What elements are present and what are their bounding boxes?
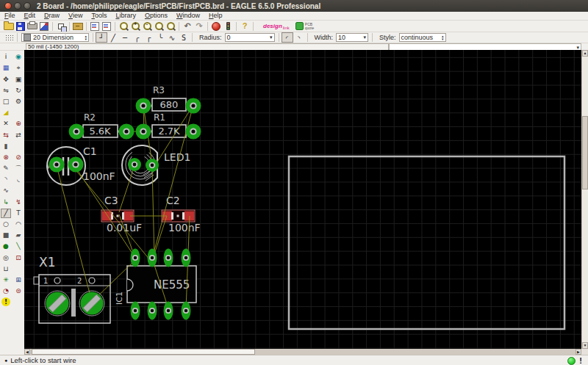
rotate-tool[interactable]: ↻ (13, 86, 24, 95)
grid-button[interactable] (3, 32, 15, 43)
vertical-scrollbar[interactable]: ▲ ▼ (581, 50, 588, 349)
warning-tool[interactable]: ! (1, 297, 10, 306)
meander-tool[interactable]: ∿ (1, 186, 11, 195)
component-R2[interactable]: R2 5.6K (76, 112, 126, 137)
zoom-fit-button[interactable] (118, 21, 129, 32)
optimize-tool[interactable]: ⌒ (13, 164, 24, 173)
switch-editor-button[interactable] (55, 21, 67, 32)
move-tool[interactable]: ✥ (1, 75, 11, 84)
zoom-out-button[interactable]: - (141, 21, 153, 32)
bend-style-0-button[interactable]: ┘ (96, 32, 107, 43)
gateswap-tool[interactable]: ⇄ (13, 131, 24, 140)
signal-tool[interactable]: ╲ (13, 242, 24, 251)
use-library-button[interactable] (72, 21, 84, 32)
board-canvas[interactable]: R3 680 R2 5.6K R1 2.7K + (24, 50, 581, 349)
delete-tool[interactable]: ✕ (1, 119, 11, 129)
text-tool[interactable]: T (13, 209, 24, 218)
pad-tool[interactable]: ⊡ (13, 253, 24, 263)
group-tool[interactable]: □ (1, 97, 11, 106)
layer-select[interactable]: 20 Dimension ▴▾ (21, 33, 89, 42)
errors-tool[interactable]: ⊜ (13, 286, 24, 296)
copy-tool[interactable]: ▣ (13, 75, 24, 84)
cam-processor-button[interactable] (38, 21, 50, 32)
menu-help[interactable]: Help (204, 12, 227, 20)
rect-tool[interactable]: ■ (1, 231, 11, 240)
errors-indicator-icon[interactable]: ! (579, 356, 582, 365)
drc-tool[interactable]: ◔ (1, 286, 11, 296)
bend-style-6-button[interactable]: ∿ (166, 32, 178, 43)
window-close-button[interactable] (4, 2, 12, 10)
auto-tool[interactable]: ⊞ (13, 275, 24, 285)
designlink-logo[interactable]: design link (263, 23, 290, 30)
add-tool[interactable]: ⊕ (13, 119, 24, 129)
miter-style-1-button[interactable]: ◝ (293, 32, 305, 43)
redo-button[interactable]: ↷ (193, 21, 205, 32)
menu-edit[interactable]: Edit (20, 12, 40, 20)
unsmash-tool[interactable]: ⊘ (13, 153, 24, 162)
sheet-thumbnails-button[interactable] (101, 21, 112, 32)
bend-style-4-button[interactable]: ┌ (143, 32, 154, 43)
show-tool[interactable]: ◉ (13, 52, 24, 62)
via-tool[interactable]: ● (1, 242, 11, 251)
component-C3[interactable]: C3 0.01uF (101, 195, 142, 234)
info-tool[interactable]: i (1, 52, 11, 62)
display-tool[interactable]: ▦ (1, 63, 11, 73)
cut-tool[interactable]: ◢ (1, 108, 11, 118)
stop-button[interactable] (210, 21, 222, 32)
mirror-tool[interactable]: ⇋ (1, 86, 11, 95)
component-X1[interactable]: X1 1 2 (34, 255, 110, 323)
smash-tool[interactable]: ⊗ (1, 153, 11, 162)
scroll-down-icon[interactable]: ▼ (582, 342, 588, 349)
circle-tool[interactable]: ○ (1, 220, 11, 229)
mark-tool[interactable]: ⌖ (13, 63, 24, 73)
menu-tools[interactable]: Tools (87, 12, 111, 20)
bend-style-1-button[interactable]: ╱ (107, 32, 119, 43)
component-IC1[interactable]: NE555 IC1 (115, 266, 196, 305)
miter-style-0-button[interactable]: ◜ (282, 32, 293, 43)
scroll-right-icon[interactable]: ▶ (576, 349, 581, 355)
zoom-in-button[interactable]: + (129, 21, 141, 32)
run-script-button[interactable] (222, 21, 234, 32)
zoom-redraw-button[interactable] (153, 21, 165, 32)
ratsnest-tool[interactable]: ✳ (1, 275, 11, 285)
board-outline[interactable] (289, 156, 564, 329)
undo-button[interactable]: ↶ (182, 21, 193, 32)
arc-tool[interactable]: ◠ (13, 220, 24, 229)
bend-style-7-button[interactable]: S (178, 32, 190, 43)
lock-tool[interactable]: ▮ (1, 142, 11, 151)
menu-file[interactable]: File (0, 12, 20, 20)
ripup-tool[interactable]: ↯ (13, 198, 24, 207)
pcb-quote-button[interactable]: PCB quote (295, 22, 317, 30)
name-tool[interactable]: ✎ (1, 164, 11, 173)
save-button[interactable] (15, 21, 26, 32)
pinswap-tool[interactable]: ⇆ (1, 131, 11, 140)
split-tool[interactable]: ◟ (13, 175, 24, 184)
window-maximize-button[interactable] (24, 2, 31, 10)
help-button[interactable]: ? (239, 21, 251, 32)
route-tool[interactable]: ↳ (1, 198, 11, 207)
scroll-left-icon[interactable]: ◀ (24, 349, 30, 355)
bend-style-3-button[interactable]: ╭ (131, 32, 143, 43)
menu-view[interactable]: View (64, 12, 87, 20)
bend-style-5-button[interactable]: ╰ (154, 32, 166, 43)
wire-tool[interactable]: ╱ (1, 209, 11, 218)
window-minimize-button[interactable] (14, 2, 21, 10)
zoom-select-button[interactable] (165, 21, 176, 32)
change-tool[interactable]: ⚙ (13, 97, 24, 106)
polygon-tool[interactable]: ▰ (13, 231, 24, 240)
horizontal-scrollbar-thumb[interactable] (32, 349, 255, 355)
print-button[interactable] (26, 21, 38, 32)
open-button[interactable] (3, 21, 15, 32)
menu-library[interactable]: Library (111, 12, 140, 20)
menu-options[interactable]: Options (140, 12, 172, 20)
vertical-scrollbar-thumb[interactable] (582, 116, 588, 189)
width-select[interactable]: 10 ▾ (336, 33, 368, 42)
horizontal-scrollbar[interactable]: ◀ ▶ (24, 349, 581, 355)
menu-window[interactable]: Window (172, 12, 204, 20)
menu-draw[interactable]: Draw (40, 12, 64, 20)
sheet-list-button[interactable] (89, 21, 101, 32)
style-select[interactable]: continuous ▴▾ (399, 33, 446, 42)
hole-tool[interactable]: ◎ (1, 253, 11, 263)
miter-tool[interactable]: ◝ (1, 175, 11, 184)
scroll-up-icon[interactable]: ▲ (582, 50, 588, 57)
